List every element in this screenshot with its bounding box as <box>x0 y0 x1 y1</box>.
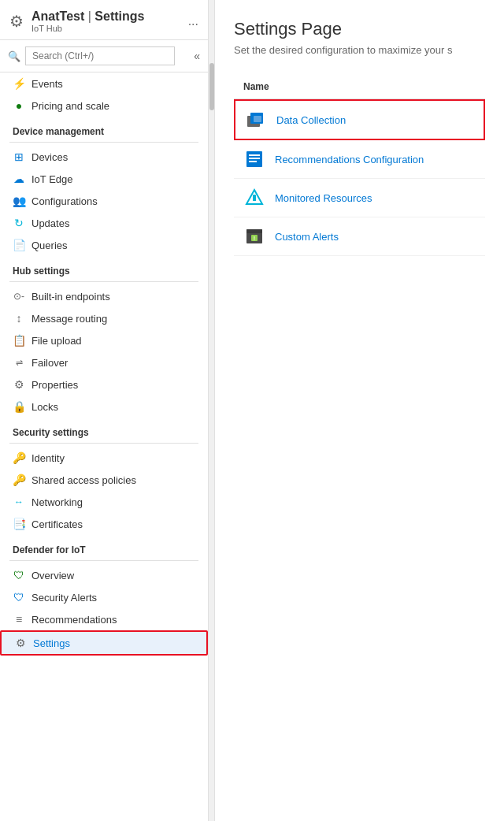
monitored-resources-icon <box>243 187 265 209</box>
table-row[interactable]: ! Custom Alerts <box>234 217 485 256</box>
sidebar-item-devices[interactable]: ⊞ Devices <box>0 146 208 168</box>
app-name: AnatTest | Settings <box>32 9 144 24</box>
settings-label: Settings <box>33 637 70 649</box>
collapse-sidebar-button[interactable]: « <box>194 50 200 62</box>
sidebar-item-overview[interactable]: 🛡 Overview <box>0 564 208 586</box>
certificates-icon: 📑 <box>13 518 25 530</box>
table-header-name: Name <box>234 75 485 99</box>
svg-rect-5 <box>249 158 260 159</box>
devices-label: Devices <box>32 151 68 163</box>
networking-icon: ↔ <box>13 496 25 508</box>
table-row[interactable]: Data Collection <box>234 99 485 140</box>
svg-rect-11 <box>246 229 262 233</box>
settings-table: Name Data Collection <box>234 75 485 256</box>
iot-edge-label: IoT Edge <box>32 173 73 185</box>
svg-rect-2 <box>254 116 261 122</box>
shared-access-label: Shared access policies <box>32 474 136 486</box>
configurations-label: Configurations <box>32 195 98 207</box>
failover-icon: ⇌ <box>13 356 25 369</box>
more-options-button[interactable]: ... <box>188 14 198 28</box>
sidebar: ⚙ AnatTest | Settings IoT Hub ... 🔍 « ⚡ … <box>0 0 209 821</box>
sidebar-item-queries[interactable]: 📄 Queries <box>0 234 208 256</box>
iot-edge-icon: ☁ <box>13 173 25 185</box>
sidebar-item-properties[interactable]: ⚙ Properties <box>0 373 208 396</box>
recommendations-icon: ≡ <box>13 613 25 626</box>
updates-icon: ↻ <box>13 217 25 229</box>
certificates-label: Certificates <box>32 518 83 530</box>
sidebar-item-built-in-endpoints[interactable]: ⊙- Built-in endpoints <box>0 285 208 307</box>
built-in-endpoints-label: Built-in endpoints <box>32 291 110 303</box>
queries-label: Queries <box>32 240 68 251</box>
queries-icon: 📄 <box>13 239 25 251</box>
configurations-icon: 👥 <box>13 195 25 207</box>
search-icon: 🔍 <box>8 50 20 62</box>
file-upload-label: File upload <box>32 335 82 347</box>
sidebar-item-file-upload[interactable]: 📋 File upload <box>0 329 208 351</box>
app-subtitle: IoT Hub <box>32 24 144 33</box>
locks-label: Locks <box>32 401 58 413</box>
svg-rect-9 <box>253 195 256 196</box>
divider-4 <box>9 560 198 561</box>
pricing-label: Pricing and scale <box>32 100 109 112</box>
sidebar-item-configurations[interactable]: 👥 Configurations <box>0 190 208 212</box>
sidebar-item-events[interactable]: ⚡ Events <box>0 72 208 95</box>
sidebar-content: ⚡ Events ● Pricing and scale Device mana… <box>0 72 208 821</box>
section-security-settings: Security settings <box>0 418 208 441</box>
bolt-icon: ⚡ <box>13 77 25 90</box>
sidebar-item-settings[interactable]: ⚙ Settings <box>0 630 208 656</box>
scrollbar-track <box>209 0 215 821</box>
sidebar-item-message-routing[interactable]: ↕ Message routing <box>0 307 208 329</box>
sidebar-header: ⚙ AnatTest | Settings IoT Hub ... <box>0 0 208 40</box>
message-routing-label: Message routing <box>32 313 107 325</box>
sidebar-item-failover[interactable]: ⇌ Failover <box>0 351 208 373</box>
settings-gear-icon: ⚙ <box>14 637 27 649</box>
page-subtitle: Set the desired configuration to maximiz… <box>234 44 485 56</box>
recommendations-label: Recommendations <box>32 614 117 626</box>
section-hub-settings: Hub settings <box>0 256 208 280</box>
table-row[interactable]: Recommendations Configuration <box>234 140 485 179</box>
overview-label: Overview <box>32 570 74 581</box>
gear-icon: ⚙ <box>9 12 24 31</box>
search-bar: 🔍 « <box>0 40 208 72</box>
sidebar-item-certificates[interactable]: 📑 Certificates <box>0 513 208 535</box>
sidebar-item-iot-edge[interactable]: ☁ IoT Edge <box>0 168 208 190</box>
custom-alerts-icon: ! <box>243 225 265 247</box>
section-defender: Defender for IoT <box>0 535 208 559</box>
properties-label: Properties <box>32 379 78 391</box>
security-alerts-icon: 🛡 <box>13 591 25 604</box>
page-title: Settings Page <box>234 19 485 39</box>
sidebar-item-pricing[interactable]: ● Pricing and scale <box>0 95 208 117</box>
sidebar-item-recommendations[interactable]: ≡ Recommendations <box>0 608 208 630</box>
identity-label: Identity <box>32 452 65 464</box>
identity-icon: 🔑 <box>13 451 25 464</box>
recommendations-config-icon <box>243 148 265 170</box>
table-row[interactable]: Monitored Resources <box>234 179 485 217</box>
failover-label: Failover <box>32 357 68 369</box>
svg-rect-8 <box>253 195 256 201</box>
sidebar-item-identity[interactable]: 🔑 Identity <box>0 447 208 469</box>
networking-label: Networking <box>32 496 83 508</box>
file-upload-icon: 📋 <box>13 334 25 347</box>
events-label: Events <box>32 78 63 90</box>
devices-icon: ⊞ <box>13 150 25 163</box>
scrollbar-thumb[interactable] <box>209 63 214 110</box>
data-collection-icon <box>245 109 267 131</box>
sidebar-item-networking[interactable]: ↔ Networking <box>0 491 208 513</box>
sidebar-item-security-alerts[interactable]: 🛡 Security Alerts <box>0 586 208 608</box>
shared-access-icon: 🔑 <box>13 474 25 486</box>
pricing-icon: ● <box>13 99 25 112</box>
svg-rect-6 <box>249 161 257 162</box>
data-collection-label: Data Collection <box>276 114 346 126</box>
sidebar-item-shared-access[interactable]: 🔑 Shared access policies <box>0 469 208 491</box>
search-input[interactable] <box>25 46 175 65</box>
monitored-resources-label: Monitored Resources <box>275 192 372 204</box>
divider-1 <box>9 142 198 143</box>
sidebar-item-locks[interactable]: 🔒 Locks <box>0 396 208 418</box>
section-device-management: Device management <box>0 117 208 140</box>
security-alerts-label: Security Alerts <box>32 592 97 604</box>
sidebar-item-updates[interactable]: ↻ Updates <box>0 212 208 234</box>
updates-label: Updates <box>32 217 69 229</box>
properties-icon: ⚙ <box>13 378 25 391</box>
divider-2 <box>9 281 198 282</box>
main-content: Settings Page Set the desired configurat… <box>215 0 504 821</box>
